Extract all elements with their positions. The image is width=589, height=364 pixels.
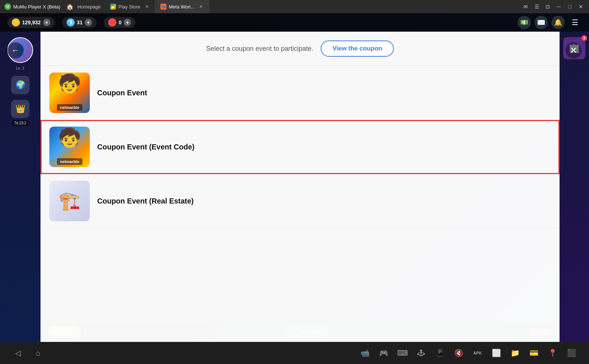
modal-header: Select a coupon event to participate. Vi… [40, 32, 560, 66]
app-icon: M [4, 3, 11, 10]
game-topbar: 🪙 129,932 + 💎 31 + ❤️ 0 + 💵 ✉️ 🔔 ☰ [0, 13, 589, 32]
multiwindow-btn[interactable]: ⬜ [490, 346, 503, 360]
homepage-label: Homepage [77, 4, 101, 10]
diamond-value: 31 [77, 20, 83, 25]
coupon-item-2[interactable]: 🧒 netmarble Coupon Event (Event Code) [40, 120, 560, 174]
mail-icon-btn[interactable]: ✉️ [535, 16, 548, 29]
coin-icon: 🪙 [12, 18, 20, 26]
tab-meta-world-label: Meta Worl... [169, 4, 194, 10]
controller-btn[interactable]: 🕹 [415, 346, 428, 360]
coupon-item-3[interactable]: 🏗️ Coupon Event (Real Estate) [40, 174, 560, 228]
gamepad-btn[interactable]: 🎮 [377, 346, 390, 360]
topbar-right-area: 💵 ✉️ 🔔 ☰ [518, 16, 582, 29]
coin-value: 129,932 [22, 20, 41, 25]
modal-close-btn[interactable]: ✕ [565, 42, 582, 59]
energy-plus-btn[interactable]: + [124, 19, 131, 26]
right-panel-badge: 3 [581, 35, 587, 41]
extra-btn[interactable]: ⬛ [565, 346, 578, 360]
energy-resource[interactable]: ❤️ 0 + [104, 17, 135, 28]
minimize-btn[interactable]: ─ [554, 1, 564, 12]
emulator-bottombar: ◁ ⌂ 📹 🎮 ⌨ 🕹 📱 🔇 APK ⬜ 📁 💳 📍 ⬛ [0, 342, 589, 364]
home-btn[interactable]: ⌂ [32, 346, 45, 360]
coupon-item-1[interactable]: 🧒 netmarble Coupon Event [40, 66, 560, 120]
player-level: Lv. 1 [16, 66, 24, 70]
coupon-list: 🧒 netmarble Coupon Event 🧒 netmarble Cou… [40, 66, 560, 342]
screen-btn[interactable]: 📱 [433, 346, 447, 360]
tab-meta-world[interactable]: Meta Worl... ✕ [155, 0, 209, 13]
tab-play-store-label: Play Store [118, 4, 140, 10]
hamburger-btn[interactable]: ☰ [568, 16, 582, 29]
volume-btn[interactable]: 🔇 [452, 346, 465, 360]
energy-icon: ❤️ [108, 18, 116, 26]
coin-plus-btn[interactable]: + [43, 19, 50, 26]
view-coupon-button[interactable]: View the coupon [321, 40, 394, 57]
coupon-thumbnail-1: 🧒 netmarble [49, 73, 90, 113]
crown-icon: 👑 [11, 100, 29, 118]
right-bg-overlay: 🏢 3 [560, 32, 589, 342]
netmarble-label-1: netmarble [57, 104, 82, 111]
play-store-icon [110, 4, 116, 10]
netmarble-label-2: netmarble [57, 158, 82, 165]
payment-btn[interactable]: 💳 [527, 346, 540, 360]
diamond-plus-btn[interactable]: + [85, 19, 92, 26]
back-btn[interactable]: ◁ [11, 346, 24, 360]
restore-size-btn[interactable]: ⊡ [543, 1, 553, 12]
folder-btn[interactable]: 📁 [508, 346, 522, 360]
tab-play-store-close[interactable]: ✕ [144, 4, 150, 10]
coupon-thumbnail-3: 🏗️ [49, 181, 90, 221]
app-title-text: MuMu Player X (Beta) [13, 4, 60, 10]
tab-play-store[interactable]: Play Store ✕ [105, 0, 155, 13]
coupon-thumbnail-2: 🧒 netmarble [49, 127, 90, 167]
camera-btn[interactable]: 📹 [358, 346, 371, 360]
location-btn[interactable]: 📍 [546, 346, 559, 360]
maximize-btn[interactable]: □ [565, 1, 575, 12]
back-arrow-btn[interactable]: ← [7, 42, 24, 59]
countdown-timer: 7d 23:2 [12, 120, 28, 126]
coupon-label-1: Coupon Event [97, 89, 147, 97]
left-bg-overlay: 👤 Lv. 1 🌍 👑 7d 23:2 [0, 32, 40, 342]
character-icon-2: 🧒 [58, 128, 81, 147]
titlebar: M MuMu Player X (Beta) 🏠 Homepage Play S… [0, 0, 589, 13]
modal-header-text: Select a coupon event to participate. [206, 45, 313, 53]
window-controls: ✉ ☰ ⊡ ─ □ ✕ [521, 1, 589, 12]
globe-icon: 🌍 [11, 76, 29, 94]
meta-world-icon [161, 4, 166, 10]
building-icon: 🏗️ [59, 191, 81, 211]
coin-resource[interactable]: 🪙 129,932 + [7, 17, 55, 28]
energy-value: 0 [119, 20, 121, 25]
sidebar-icon-crown[interactable]: 👑 7d 23:2 [11, 100, 29, 126]
keyboard-btn[interactable]: ⌨ [396, 346, 409, 360]
email-icon-btn[interactable]: ✉ [521, 1, 531, 12]
coupon-label-3: Coupon Event (Real Estate) [97, 197, 194, 205]
app-title-area: M MuMu Player X (Beta) 🏠 Homepage [0, 0, 105, 13]
tab-bar: Play Store ✕ Meta Worl... ✕ [105, 0, 209, 13]
coupon-label-2: Coupon Event (Event Code) [97, 143, 194, 151]
diamond-icon: 💎 [67, 18, 75, 26]
menu-icon-btn[interactable]: ☰ [532, 1, 542, 12]
diamond-resource[interactable]: 💎 31 + [62, 17, 97, 28]
coupon-modal: Select a coupon event to participate. Vi… [40, 32, 560, 342]
emulator-right-controls: 📹 🎮 ⌨ 🕹 📱 🔇 APK ⬜ 📁 💳 📍 ⬛ [358, 346, 578, 360]
sidebar-icon-globe[interactable]: 🌍 [11, 76, 29, 94]
bell-icon-btn[interactable]: 🔔 [551, 16, 565, 29]
cash-icon-btn[interactable]: 💵 [518, 16, 531, 29]
character-icon-1: 🧒 [58, 74, 81, 93]
tab-meta-world-close[interactable]: ✕ [198, 4, 204, 10]
close-btn[interactable]: ✕ [576, 1, 586, 12]
apk-btn[interactable]: APK [471, 346, 484, 360]
